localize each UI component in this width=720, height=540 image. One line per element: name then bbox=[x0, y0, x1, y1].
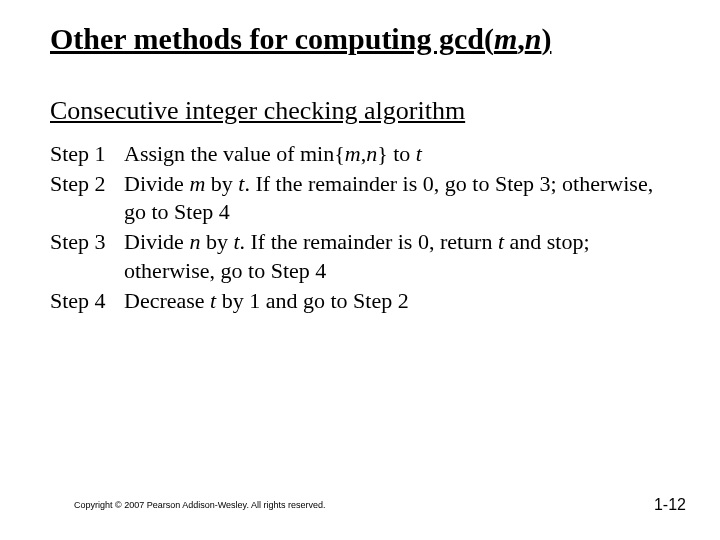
step-label: Step 3 bbox=[50, 228, 124, 256]
step-row: Step 4Decrease t by 1 and go to Step 2 bbox=[50, 287, 670, 315]
step-text: Assign the value of min{ bbox=[124, 141, 345, 166]
step-text: by 1 and go to Step 2 bbox=[216, 288, 409, 313]
step-body: Divide m by t. If the remainder is 0, go… bbox=[124, 170, 670, 226]
step-text: by bbox=[205, 171, 238, 196]
slide-subtitle: Consecutive integer checking algorithm bbox=[50, 96, 465, 126]
step-text: n bbox=[366, 141, 377, 166]
title-comma: , bbox=[517, 22, 525, 55]
slide-title: Other methods for computing gcd(m,n) bbox=[50, 22, 551, 56]
step-text: Divide bbox=[124, 229, 189, 254]
step-label: Step 4 bbox=[50, 287, 124, 315]
step-label: Step 1 bbox=[50, 140, 124, 168]
title-part1: Other methods for computing gcd( bbox=[50, 22, 494, 55]
step-row: Step 3Divide n by t. If the remainder is… bbox=[50, 228, 670, 284]
slide: Other methods for computing gcd(m,n) Con… bbox=[0, 0, 720, 540]
step-body: Assign the value of min{m,n} to t bbox=[124, 140, 670, 168]
step-text: m bbox=[189, 171, 205, 196]
step-text: Divide bbox=[124, 171, 189, 196]
step-label: Step 2 bbox=[50, 170, 124, 198]
copyright-text: Copyright © 2007 Pearson Addison-Wesley.… bbox=[74, 500, 325, 510]
step-text: Decrease bbox=[124, 288, 210, 313]
title-n: n bbox=[525, 22, 542, 55]
title-part2: ) bbox=[541, 22, 551, 55]
page-number: 1-12 bbox=[654, 496, 686, 514]
step-body: Divide n by t. If the remainder is 0, re… bbox=[124, 228, 670, 284]
steps-block: Step 1Assign the value of min{m,n} to tS… bbox=[50, 140, 670, 317]
step-text: n bbox=[189, 229, 200, 254]
step-text: t bbox=[416, 141, 422, 166]
title-m: m bbox=[494, 22, 517, 55]
step-text: m bbox=[345, 141, 361, 166]
step-text: } to bbox=[377, 141, 416, 166]
step-row: Step 2Divide m by t. If the remainder is… bbox=[50, 170, 670, 226]
step-body: Decrease t by 1 and go to Step 2 bbox=[124, 287, 670, 315]
step-text: . If the remainder is 0, return bbox=[240, 229, 498, 254]
step-text: by bbox=[200, 229, 233, 254]
step-row: Step 1Assign the value of min{m,n} to t bbox=[50, 140, 670, 168]
